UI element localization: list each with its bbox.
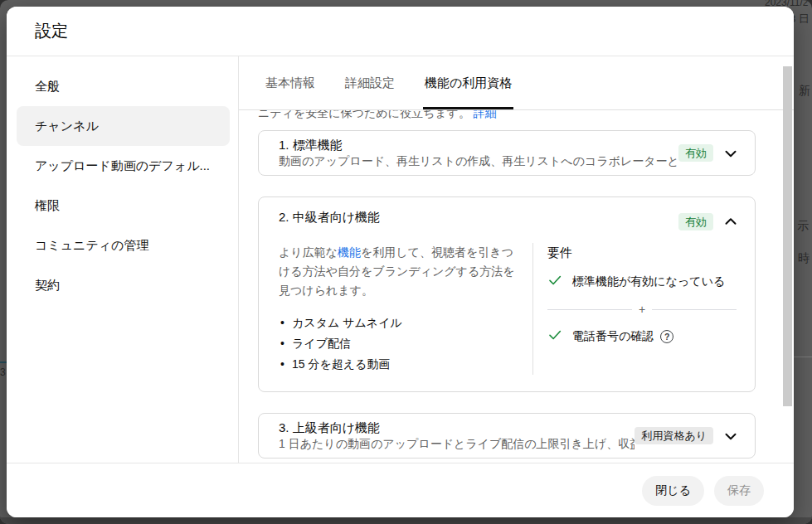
divider (652, 309, 737, 310)
channel-tabs: 基本情報 詳細設定 機能の利用資格 (239, 56, 794, 110)
card-main: 3. 上級者向け機能 1 日あたりの動画のアップロードとライブ配信の上限引き上げ… (279, 420, 635, 452)
card-advanced-features[interactable]: 3. 上級者向け機能 1 日あたりの動画のアップロードとライブ配信の上限引き上げ… (258, 413, 756, 458)
screen: 2023/11/2 8 日 新 示 時 3 設定 全般 チャンネル アップロード… (0, 0, 812, 524)
requirements-column: 要件 標準機能が有効になっている + (532, 243, 740, 375)
background-text-fragment: 新 (799, 84, 810, 99)
plus-sign: + (639, 303, 645, 316)
card-standard-features[interactable]: 1. 標準機能 動画のアップロード、再生リストの作成、再生リストへのコラボレータ… (258, 130, 756, 176)
divider (547, 309, 632, 310)
tab-advanced-settings[interactable]: 詳細設定 (343, 56, 396, 109)
feature-item-custom-thumbnails: カスタム サムネイル (279, 313, 520, 333)
card-title: 3. 上級者向け機能 (279, 420, 635, 436)
description-text: より広範な (279, 245, 338, 259)
dialog-footer: 閉じる 保存 (7, 463, 794, 517)
card-header[interactable]: 2. 中級者向け機能 有効 (279, 209, 740, 230)
card-description: 1 日あたりの動画のアップロードとライブ配信の上限引き上げ、収益化の... (279, 436, 635, 452)
card-title: 2. 中級者向け機能 (279, 209, 678, 226)
card-expanded-body: より広範な機能を利用して、視聴者を引きつける方法や自分をブランディングする方法を… (279, 243, 740, 375)
settings-dialog: 設定 全般 チャンネル アップロード動画のデフォル... 権限 コミュニティの管… (7, 7, 794, 517)
sidebar-item-upload-defaults[interactable]: アップロード動画のデフォル... (17, 146, 230, 186)
intro-text-clipped: ニティを安全に保つために役立ちます。 詳細 (258, 110, 794, 121)
requirements-joiner: + (547, 303, 737, 316)
dialog-header: 設定 (7, 7, 794, 56)
features-link[interactable]: 機能 (338, 245, 361, 259)
background-text-fragment: 3 (0, 366, 6, 378)
requirement-label: 標準機能が有効になっている (572, 274, 725, 289)
chevron-up-icon[interactable] (722, 212, 740, 230)
tab-feature-eligibility[interactable]: 機能の利用資格 (423, 56, 513, 109)
scrollbar-thumb[interactable] (783, 66, 792, 406)
sidebar-item-community[interactable]: コミュニティの管理 (17, 226, 230, 265)
card-description: 動画のアップロード、再生リストの作成、再生リストへのコラボレーターと新し... (279, 153, 678, 169)
check-icon (547, 273, 562, 290)
feature-item-long-videos: 15 分を超える動画 (279, 354, 520, 375)
feature-item-live-streaming: ライブ配信 (279, 333, 520, 354)
background-shade (0, 517, 812, 524)
requirements-heading: 要件 (547, 245, 740, 261)
requirement-label: 電話番号の確認 (572, 329, 654, 344)
card-intermediate-features: 2. 中級者向け機能 有効 (258, 196, 756, 392)
chevron-down-icon[interactable] (722, 144, 740, 163)
status-badge-enabled: 有効 (678, 144, 713, 162)
feature-eligibility-panel: ニティを安全に保つために役立ちます。 詳細 1. 標準機能 動画のアップロード、… (239, 110, 794, 463)
sidebar-item-agreements[interactable]: 契約 (17, 265, 230, 305)
sidebar-item-permissions[interactable]: 権限 (17, 186, 230, 226)
sidebar-item-channel[interactable]: チャンネル (17, 106, 230, 146)
status-badge-enabled: 有効 (678, 213, 713, 230)
dialog-title: 設定 (35, 20, 68, 42)
help-icon[interactable]: ? (660, 330, 673, 343)
chevron-down-icon[interactable] (722, 427, 740, 445)
status-badge-eligible: 利用資格あり (635, 427, 713, 444)
background-text-fragment: 時 (798, 251, 810, 266)
tab-basic-info[interactable]: 基本情報 (264, 56, 317, 109)
card-side: 有効 (678, 144, 740, 163)
requirement-phone-verified: 電話番号の確認 ? (547, 328, 740, 345)
settings-content: 基本情報 詳細設定 機能の利用資格 ニティを安全に保つために役立ちます。 詳細 … (239, 56, 794, 463)
settings-sidebar: 全般 チャンネル アップロード動画のデフォル... 権限 コミュニティの管理 契… (7, 56, 239, 463)
background-text-fragment: 示 (797, 219, 809, 234)
card-description: より広範な機能を利用して、視聴者を引きつける方法や自分をブランディングする方法を… (279, 243, 520, 300)
card-side: 有効 (678, 212, 740, 230)
card-side: 利用資格あり (635, 427, 740, 445)
card-main: 1. 標準機能 動画のアップロード、再生リストの作成、再生リストへのコラボレータ… (279, 137, 678, 169)
requirement-standard-enabled: 標準機能が有効になっている (547, 273, 740, 290)
learn-more-link[interactable]: 詳細 (474, 110, 497, 119)
save-button[interactable]: 保存 (714, 476, 764, 506)
feature-summary-column: より広範な機能を利用して、視聴者を引きつける方法や自分をブランディングする方法を… (279, 243, 532, 375)
card-main: 2. 中級者向け機能 (279, 209, 678, 226)
intro-text: ニティを安全に保つために役立ちます。 (258, 110, 470, 119)
check-icon (547, 328, 562, 345)
background-divider (794, 357, 812, 357)
close-button[interactable]: 閉じる (642, 476, 704, 506)
dialog-body: 全般 チャンネル アップロード動画のデフォル... 権限 コミュニティの管理 契… (7, 56, 794, 463)
sidebar-item-general[interactable]: 全般 (17, 66, 230, 106)
feature-list: カスタム サムネイル ライブ配信 15 分を超える動画 (279, 313, 520, 375)
card-title: 1. 標準機能 (279, 137, 678, 153)
